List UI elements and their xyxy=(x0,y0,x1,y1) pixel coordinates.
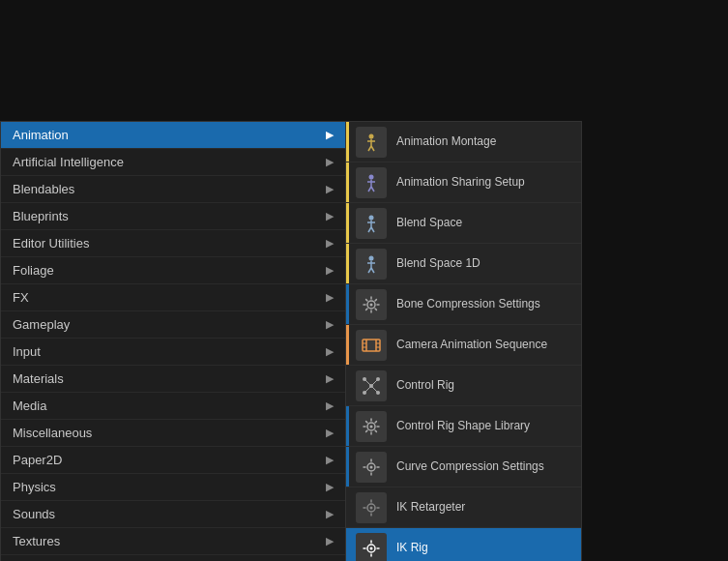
right-panel-item-curve-compression-settings[interactable]: Curve Compression Settings xyxy=(346,447,581,487)
chevron-right-icon: ▶ xyxy=(326,481,334,493)
accent-bar xyxy=(346,325,349,365)
right-panel-item-blend-space-1d[interactable]: Blend Space 1D xyxy=(346,244,581,284)
right-panel-item-label: Control Rig Shape Library xyxy=(396,419,530,434)
svg-point-45 xyxy=(370,546,373,549)
chevron-right-icon: ▶ xyxy=(326,508,334,520)
gear3-icon xyxy=(356,452,387,483)
svg-line-8 xyxy=(368,187,371,192)
chevron-right-icon: ▶ xyxy=(326,156,334,168)
chevron-right-icon: ▶ xyxy=(326,345,334,358)
left-panel-item-label: Sounds xyxy=(13,507,55,521)
chevron-right-icon: ▶ xyxy=(326,264,334,277)
left-panel-item-sounds[interactable]: Sounds▶ xyxy=(1,501,345,528)
right-panel-item-label: Bone Compression Settings xyxy=(396,297,540,312)
figure3-icon xyxy=(356,208,387,239)
left-panel-item-editor-utilities[interactable]: Editor Utilities▶ xyxy=(1,230,345,257)
left-panel-item-label: Textures xyxy=(13,534,60,548)
figure2-icon xyxy=(356,167,387,198)
left-panel-item-gameplay[interactable]: Gameplay▶ xyxy=(1,311,345,339)
left-panel-item-blueprints[interactable]: Blueprints▶ xyxy=(1,203,345,230)
accent-bar xyxy=(346,406,349,446)
right-panel-item-blend-space[interactable]: Blend Space xyxy=(346,203,581,244)
left-panel-item-user-interface[interactable]: User Interface▶ xyxy=(1,555,345,561)
film-icon xyxy=(356,330,387,361)
chevron-right-icon: ▶ xyxy=(326,210,334,222)
svg-point-10 xyxy=(369,215,374,220)
right-panel-item-control-rig-shape-library[interactable]: Control Rig Shape Library xyxy=(346,406,581,447)
gear-icon xyxy=(356,289,387,320)
accent-bar xyxy=(346,284,349,324)
left-panel-item-paper2d[interactable]: Paper2D▶ xyxy=(1,447,345,474)
left-panel-item-label: Media xyxy=(13,399,46,413)
figure-icon xyxy=(356,127,387,158)
left-panel-item-animation[interactable]: Animation▶ xyxy=(1,122,345,149)
accent-bar xyxy=(346,528,349,561)
svg-line-36 xyxy=(364,386,371,393)
right-panel-item-animation-sharing-setup[interactable]: Animation Sharing Setup xyxy=(346,162,581,203)
right-panel-item-label: Blend Space 1D xyxy=(396,256,480,272)
left-panel-item-label: Blueprints xyxy=(13,209,69,223)
chevron-right-icon: ▶ xyxy=(326,399,334,412)
svg-line-34 xyxy=(364,379,371,386)
left-panel-item-media[interactable]: Media▶ xyxy=(1,393,345,420)
accent-bar xyxy=(346,487,349,527)
svg-point-21 xyxy=(370,303,373,306)
rig-icon xyxy=(356,370,387,401)
left-panel: Animation▶Artificial Intelligence▶Blenda… xyxy=(0,121,346,561)
chevron-right-icon: ▶ xyxy=(326,291,334,304)
left-panel-item-input[interactable]: Input▶ xyxy=(1,339,345,366)
left-panel-item-artificial-intelligence[interactable]: Artificial Intelligence▶ xyxy=(1,149,345,176)
left-panel-item-physics[interactable]: Physics▶ xyxy=(1,474,345,501)
left-panel-item-label: Paper2D xyxy=(13,453,62,467)
right-panel-item-label: Control Rig xyxy=(396,378,454,394)
svg-line-3 xyxy=(368,146,371,151)
left-panel-item-label: Physics xyxy=(13,480,56,494)
right-panel-item-label: IK Retargeter xyxy=(396,500,465,516)
svg-line-14 xyxy=(371,227,374,232)
left-panel-item-materials[interactable]: Materials▶ xyxy=(1,366,345,393)
right-panel-item-label: Curve Compression Settings xyxy=(396,459,544,475)
accent-bar xyxy=(346,244,349,283)
left-panel-item-label: Miscellaneous xyxy=(13,426,92,440)
left-panel-item-label: Editor Utilities xyxy=(13,236,89,251)
left-panel-item-label: Gameplay xyxy=(13,317,70,332)
chevron-right-icon: ▶ xyxy=(326,183,334,195)
right-panel-item-ik-retargeter[interactable]: IK Retargeter xyxy=(346,487,581,528)
right-panel-item-label: IK Rig xyxy=(396,541,428,556)
svg-line-13 xyxy=(368,227,371,232)
right-panel-item-label: Animation Montage xyxy=(396,134,496,150)
right-panel: Animation Montage Animation Sharing Setu… xyxy=(346,121,582,561)
right-panel-item-label: Animation Sharing Setup xyxy=(396,175,525,191)
accent-bar xyxy=(346,447,349,487)
svg-point-5 xyxy=(369,174,374,179)
gear2-icon xyxy=(356,411,387,442)
chevron-right-icon: ▶ xyxy=(326,318,334,331)
chevron-right-icon: ▶ xyxy=(326,535,334,547)
left-panel-item-fx[interactable]: FX▶ xyxy=(1,284,345,311)
right-panel-item-animation-montage[interactable]: Animation Montage xyxy=(346,122,581,162)
svg-point-43 xyxy=(370,506,373,509)
chevron-right-icon: ▶ xyxy=(326,427,334,439)
svg-point-41 xyxy=(370,465,373,468)
left-panel-item-foliage[interactable]: Foliage▶ xyxy=(1,257,345,284)
right-panel-item-camera-animation-sequence[interactable]: Camera Animation Sequence xyxy=(346,325,581,366)
left-panel-item-label: FX xyxy=(13,290,29,305)
left-panel-item-label: Foliage xyxy=(13,263,54,278)
chevron-right-icon: ▶ xyxy=(326,454,334,466)
left-panel-item-label: Input xyxy=(13,344,41,359)
left-panel-item-blendables[interactable]: Blendables▶ xyxy=(1,176,345,203)
right-panel-item-control-rig[interactable]: Control Rig xyxy=(346,366,581,406)
right-panel-item-ik-rig[interactable]: IK Rig xyxy=(346,528,581,561)
gear5-icon xyxy=(356,533,387,562)
chevron-right-icon: ▶ xyxy=(326,372,334,385)
left-panel-item-label: Artificial Intelligence xyxy=(13,155,124,169)
left-panel-item-miscellaneous[interactable]: Miscellaneous▶ xyxy=(1,420,345,447)
left-panel-item-label: Materials xyxy=(13,371,64,386)
right-panel-item-bone-compression-settings[interactable]: Bone Compression Settings xyxy=(346,284,581,325)
accent-bar xyxy=(346,366,349,405)
left-panel-item-textures[interactable]: Textures▶ xyxy=(1,528,345,555)
chevron-right-icon: ▶ xyxy=(326,129,334,141)
svg-line-35 xyxy=(371,379,378,386)
right-panel-item-label: Camera Animation Sequence xyxy=(396,338,547,353)
svg-rect-22 xyxy=(363,340,380,351)
